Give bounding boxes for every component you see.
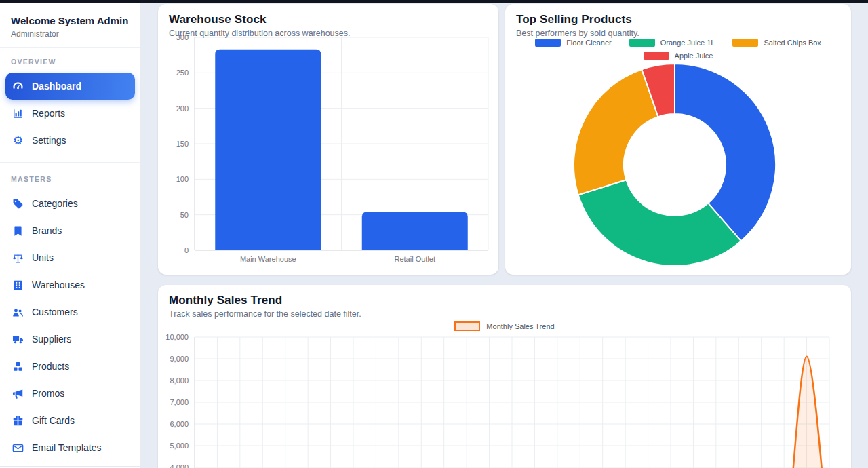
sidebar-item-label: Warehouses — [32, 279, 85, 290]
card-top-selling-products: Top Selling Products Best performers by … — [505, 4, 851, 275]
top-selling-donut-chart[interactable] — [566, 56, 783, 273]
legend-label: Salted Chips Box — [764, 39, 821, 47]
card-title: Monthly Sales Trend — [169, 294, 840, 307]
sidebar-item-label: Gift Cards — [32, 415, 75, 426]
donut-legend: Floor CleanerOrange Juice 1LSalted Chips… — [505, 39, 851, 60]
sidebar-item-email-templates[interactable]: Email Templates — [5, 434, 135, 461]
sidebar-item-label: Categories — [32, 198, 78, 209]
megaphone-icon — [12, 387, 24, 400]
legend-swatch — [535, 39, 561, 47]
nav-section-masters: MASTERSCategoriesBrandsUnitsWarehousesCu… — [0, 162, 140, 464]
legend-label: Apple Juice — [675, 52, 713, 60]
card-warehouse-stock: 050100150200250300Main WarehouseRetail O… — [158, 4, 498, 275]
legend-swatch — [732, 39, 758, 47]
legend-swatch — [644, 52, 669, 60]
bar-retail-outlet[interactable] — [362, 212, 468, 250]
svg-text:4,000: 4,000 — [170, 463, 189, 468]
line-legend-label: Monthly Sales Trend — [486, 322, 554, 330]
monthly-trend-line-chart[interactable]: 10,0009,0008,0007,0006,0005,0004,0003,00… — [158, 332, 851, 468]
sidebar-item-brands[interactable]: Brands — [5, 217, 135, 244]
sidebar-item-label: Suppliers — [32, 334, 71, 345]
card-title: Top Selling Products — [516, 13, 840, 26]
truck-icon — [12, 333, 24, 346]
svg-text:10,000: 10,000 — [165, 333, 189, 341]
gauge-icon — [12, 80, 24, 93]
svg-text:Retail Outlet: Retail Outlet — [394, 255, 435, 263]
bar-main-warehouse[interactable] — [215, 50, 321, 250]
donut-slice-salted-chips-box[interactable] — [574, 69, 658, 195]
sidebar-item-label: Email Templates — [32, 442, 101, 453]
svg-text:8,000: 8,000 — [170, 376, 189, 385]
sidebar-item-units[interactable]: Units — [5, 244, 135, 271]
card-subtitle: Current quantity distribution across war… — [169, 28, 488, 38]
legend-label: Floor Cleaner — [566, 39, 612, 47]
svg-text:5,000: 5,000 — [170, 442, 189, 450]
svg-text:7,000: 7,000 — [170, 398, 189, 406]
svg-text:250: 250 — [176, 69, 189, 77]
line-legend-item[interactable]: Monthly Sales Trend — [158, 321, 851, 331]
card-title: Warehouse Stock — [169, 13, 488, 26]
svg-text:6,000: 6,000 — [170, 420, 189, 428]
sidebar-item-promos[interactable]: Promos — [5, 380, 135, 407]
envelope-icon — [12, 442, 24, 454]
legend-item-floor-cleaner[interactable]: Floor Cleaner — [535, 39, 612, 47]
svg-text:0: 0 — [184, 246, 189, 254]
svg-text:150: 150 — [176, 140, 189, 148]
legend-row: Apple Juice — [644, 52, 713, 60]
sidebar-item-suppliers[interactable]: Suppliers — [5, 326, 135, 353]
sidebar-item-settings[interactable]: ⚙Settings — [5, 127, 135, 154]
sidebar-item-label: Settings — [32, 135, 66, 146]
warehouse-stock-bar-chart[interactable]: 050100150200250300Main WarehouseRetail O… — [158, 4, 498, 275]
card-monthly-sales-trend: Monthly Sales Trend Track sales performa… — [158, 285, 851, 468]
sidebar-item-label: Reports — [32, 108, 65, 119]
sidebar: Welcome System Admin Administrator OVERV… — [0, 3, 141, 468]
sidebar-item-warehouses[interactable]: Warehouses — [5, 271, 135, 298]
sidebar-item-label: Units — [32, 252, 54, 263]
building-icon — [12, 279, 24, 292]
sidebar-item-reports[interactable]: Reports — [5, 100, 135, 127]
legend-swatch — [629, 39, 655, 47]
sidebar-item-label: Products — [32, 361, 69, 372]
sidebar-item-dashboard[interactable]: Dashboard — [5, 73, 135, 100]
svg-text:50: 50 — [180, 211, 189, 219]
svg-text:100: 100 — [176, 175, 189, 183]
boxes-icon — [12, 360, 24, 373]
sidebar-item-label: Dashboard — [32, 81, 81, 92]
window-top-strip — [0, 0, 868, 3]
user-name: Welcome System Admin — [11, 15, 130, 26]
nav-section-heading: OVERVIEW — [5, 54, 135, 73]
sidebar-item-label: Promos — [32, 388, 64, 399]
card-subtitle: Best performers by sold quantity. — [516, 28, 840, 38]
user-role: Administrator — [11, 29, 130, 39]
legend-row: Floor CleanerOrange Juice 1LSalted Chips… — [535, 39, 821, 47]
line-legend-swatch — [454, 321, 480, 331]
tag-icon — [12, 197, 24, 210]
sidebar-nav: OVERVIEWDashboardReports⚙SettingsMASTERS… — [0, 48, 140, 464]
legend-item-salted-chips-box[interactable]: Salted Chips Box — [732, 39, 821, 47]
legend-item-orange-juice-1l[interactable]: Orange Juice 1L — [629, 39, 715, 47]
users-icon — [12, 306, 24, 319]
gift-icon — [12, 414, 24, 427]
card-subtitle: Track sales performance for the selected… — [169, 309, 840, 319]
legend-item-apple-juice[interactable]: Apple Juice — [644, 52, 713, 60]
sidebar-item-label: Brands — [32, 225, 62, 236]
sidebar-item-customers[interactable]: Customers — [5, 298, 135, 326]
scale-icon — [12, 252, 24, 265]
sidebar-item-gift-cards[interactable]: Gift Cards — [5, 407, 135, 434]
legend-label: Orange Juice 1L — [660, 39, 715, 47]
gear-icon: ⚙ — [12, 134, 24, 147]
nav-section-heading: MASTERS — [5, 171, 135, 190]
user-block: Welcome System Admin Administrator — [0, 12, 140, 47]
sidebar-item-products[interactable]: Products — [5, 353, 135, 380]
nav-section-overview: OVERVIEWDashboardReports⚙Settings — [0, 48, 140, 157]
bar-chart-icon — [12, 107, 24, 120]
svg-text:9,000: 9,000 — [170, 355, 189, 363]
svg-text:200: 200 — [176, 104, 189, 113]
svg-text:Main Warehouse: Main Warehouse — [240, 255, 296, 263]
sidebar-item-label: Customers — [32, 307, 78, 317]
sidebar-bottom-divider — [0, 466, 140, 467]
bookmark-icon — [12, 225, 24, 237]
sidebar-item-categories[interactable]: Categories — [5, 190, 135, 217]
